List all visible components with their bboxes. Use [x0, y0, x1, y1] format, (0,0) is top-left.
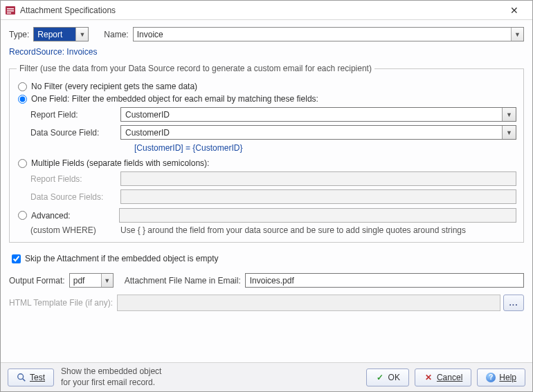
radio-advanced-row: Advanced:: [17, 208, 516, 223]
radio-nofilter[interactable]: [18, 82, 27, 91]
radio-multiple[interactable]: [18, 159, 27, 168]
cancel-label: Cancel: [437, 373, 462, 382]
report-field-combo[interactable]: CustomerID ▼: [120, 107, 516, 122]
onefield-sub: Report Field: CustomerID ▼ Data Source F…: [30, 107, 516, 153]
html-template-row: HTML Template File (if any): ...: [9, 295, 524, 311]
data-source-field-combo[interactable]: CustomerID ▼: [120, 125, 516, 140]
data-source-field-value: CustomerID: [121, 126, 502, 139]
svg-line-5: [23, 378, 26, 381]
svg-rect-1: [7, 8, 14, 10]
report-fields-input[interactable]: [120, 171, 516, 186]
radio-onefield-label: One Field: Filter the embedded object fo…: [31, 94, 318, 104]
name-combo[interactable]: Invoice ▼: [133, 27, 524, 41]
x-icon: [424, 373, 433, 382]
skip-label: Skip the Attachment if the embedded obje…: [25, 254, 219, 263]
test-button[interactable]: Test: [8, 368, 54, 386]
filter-group: Filter (use the data from your Data Sour…: [9, 64, 524, 243]
name-value: Invoice: [134, 28, 511, 41]
test-hint: Show the embedded object for your first …: [61, 366, 161, 388]
data-source-fields-input[interactable]: [120, 189, 516, 204]
svg-point-4: [18, 373, 24, 379]
filter-expression: [CustomerID] = {CustomerID}: [134, 143, 516, 153]
type-value: Report: [34, 28, 75, 41]
footer-bar: Test Show the embedded object for your f…: [1, 362, 532, 391]
ok-label: OK: [388, 373, 400, 382]
radio-onefield[interactable]: [18, 95, 27, 104]
help-label: Help: [499, 373, 516, 382]
radio-multiple-row: Multiple Fields (separate fields with se…: [17, 158, 516, 168]
magnifier-icon: [17, 373, 26, 382]
type-label: Type:: [9, 30, 29, 39]
output-format-value: pdf: [70, 274, 101, 287]
content-area: Type: Report ▼ Name: Invoice ▼ RecordSou…: [1, 20, 532, 362]
test-label: Test: [30, 373, 45, 382]
radio-onefield-row: One Field: Filter the embedded object fo…: [17, 94, 516, 104]
report-fields-label: Report Fields:: [30, 174, 120, 184]
radio-nofilter-label: No Filter (every recipient gets the same…: [31, 82, 197, 91]
name-label: Name:: [104, 30, 128, 39]
type-name-row: Type: Report ▼ Name: Invoice ▼: [9, 27, 524, 41]
browse-button[interactable]: ...: [503, 295, 524, 311]
help-button[interactable]: ? Help: [477, 368, 525, 386]
type-combo[interactable]: Report ▼: [33, 27, 89, 41]
window-title: Attachment Specifications: [20, 6, 500, 15]
skip-row: Skip the Attachment if the embedded obje…: [12, 254, 524, 263]
close-button[interactable]: ✕: [500, 2, 528, 19]
chevron-down-icon[interactable]: ▼: [502, 108, 516, 121]
output-format-label: Output Format:: [9, 276, 65, 286]
chevron-down-icon[interactable]: ▼: [511, 28, 523, 41]
skip-checkbox[interactable]: [12, 254, 21, 263]
report-field-value: CustomerID: [121, 108, 502, 121]
radio-multiple-label: Multiple Fields (separate fields with se…: [31, 158, 209, 168]
filename-input[interactable]: Invoices.pdf: [245, 273, 524, 288]
svg-rect-3: [7, 12, 11, 14]
radio-advanced-label: Advanced:: [31, 211, 71, 221]
multiple-sub: Report Fields: Data Source Fields:: [30, 171, 516, 204]
chevron-down-icon[interactable]: ▼: [101, 274, 113, 287]
filename-label: Attachment File Name in Email:: [125, 276, 241, 286]
cancel-button[interactable]: Cancel: [415, 368, 471, 386]
report-field-label: Report Field:: [30, 110, 120, 120]
output-format-combo[interactable]: pdf ▼: [69, 273, 114, 288]
chevron-down-icon[interactable]: ▼: [502, 126, 516, 139]
title-bar: Attachment Specifications ✕: [1, 1, 532, 20]
help-icon: ?: [486, 373, 496, 382]
data-source-fields-label: Data Source Fields:: [30, 192, 120, 202]
advanced-hint: Use { } around the field from your data …: [120, 225, 516, 235]
filter-legend: Filter (use the data from your Data Sour…: [17, 64, 374, 73]
radio-advanced[interactable]: [18, 211, 27, 220]
advanced-input[interactable]: [119, 208, 516, 223]
svg-rect-2: [7, 10, 14, 12]
check-icon: [375, 373, 385, 382]
html-template-input[interactable]: [117, 295, 500, 311]
chevron-down-icon[interactable]: ▼: [75, 28, 88, 41]
app-icon: [5, 5, 16, 16]
radio-nofilter-row: No Filter (every recipient gets the same…: [17, 82, 516, 91]
data-source-field-label: Data Source Field:: [30, 128, 120, 138]
recordsource-label: RecordSource: Invoices: [9, 47, 524, 57]
dialog-window: Attachment Specifications ✕ Type: Report…: [0, 0, 533, 392]
html-template-label: HTML Template File (if any):: [9, 298, 113, 308]
output-row: Output Format: pdf ▼ Attachment File Nam…: [9, 273, 524, 288]
ok-button[interactable]: OK: [366, 368, 409, 386]
